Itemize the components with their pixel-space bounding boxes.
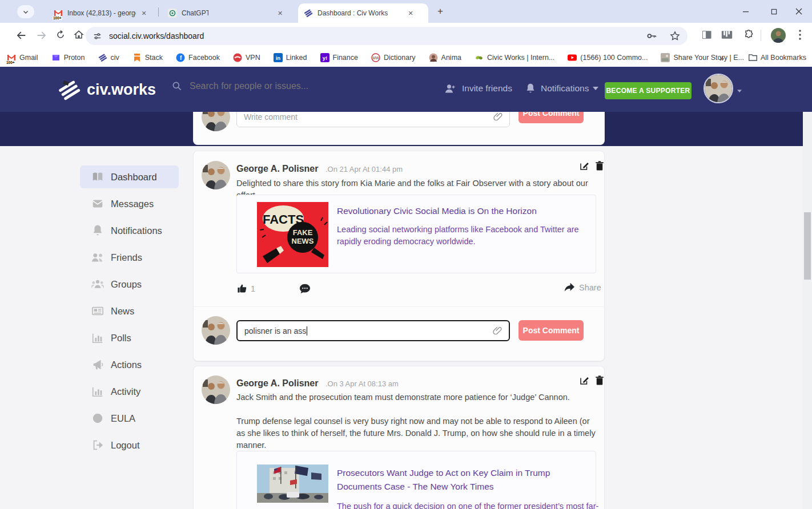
invite-friends-label: Invite friends xyxy=(462,83,512,94)
comment-input[interactable]: Write comment xyxy=(236,112,510,127)
close-window-icon[interactable] xyxy=(786,0,812,23)
close-tab-icon[interactable]: ✕ xyxy=(406,9,415,18)
green-leaves-icon xyxy=(475,53,484,62)
reload-icon[interactable] xyxy=(55,29,67,42)
link-preview-card[interactable]: FACTSFAKENEWS Revolutionary Civic Social… xyxy=(236,195,596,273)
tab-search-chevron-icon[interactable] xyxy=(17,5,34,18)
post-card-partial: Write comment Post Comment xyxy=(193,112,605,145)
password-key-icon[interactable] xyxy=(645,30,658,42)
edit-post-icon[interactable] xyxy=(579,161,589,171)
tab-chatgpt[interactable]: ChatGPT ✕ xyxy=(162,3,290,23)
svg-text:MW: MW xyxy=(372,56,379,60)
delete-post-icon[interactable] xyxy=(595,375,605,386)
author-avatar[interactable] xyxy=(202,375,230,404)
side-panel-icon[interactable] xyxy=(701,29,714,42)
sidebar-item-news[interactable]: News xyxy=(80,300,179,322)
delete-post-icon[interactable] xyxy=(595,161,605,171)
sidebar-item-notifications[interactable]: Notifications xyxy=(80,219,179,242)
close-tab-icon[interactable]: ✕ xyxy=(140,9,147,18)
bookmark-anima[interactable]: Anima xyxy=(429,53,461,62)
become-supporter-button[interactable]: BECOME A SUPPORTER xyxy=(605,82,692,99)
sidebar-item-messages[interactable]: Messages xyxy=(80,192,179,215)
sidebar-item-eula[interactable]: EULA xyxy=(80,407,179,430)
bookmark-finance[interactable]: y! Finance xyxy=(320,53,358,62)
bookmark-stack[interactable]: Stack xyxy=(132,53,163,62)
sidebar-item-polls[interactable]: Polls xyxy=(80,326,179,349)
comment-bubble-icon[interactable] xyxy=(299,284,311,294)
maximize-window-icon[interactable] xyxy=(761,0,787,23)
browser-menu-kebab-icon[interactable] xyxy=(795,29,807,41)
site-info-icon[interactable] xyxy=(93,31,102,41)
toolbar-divider xyxy=(761,30,761,41)
bookmark-vpn[interactable]: VPN xyxy=(233,53,260,62)
bookmark-proton[interactable]: Proton xyxy=(51,53,85,62)
extensions-puzzle-icon[interactable] xyxy=(743,29,755,42)
civ-slashes-icon xyxy=(98,53,107,62)
share-label: Share xyxy=(579,283,601,292)
bookmark-facebook[interactable]: f Facebook xyxy=(176,53,220,62)
proton-icon xyxy=(51,53,61,62)
link-title[interactable]: Prosecutors Want Judge to Act on Key Cla… xyxy=(337,466,553,494)
close-tab-icon[interactable]: ✕ xyxy=(276,9,284,18)
link-title[interactable]: Revolutionary Civic Social Media is On t… xyxy=(337,204,554,218)
svg-text:in: in xyxy=(276,55,280,61)
bookmark-civ[interactable]: civ xyxy=(98,53,119,62)
address-bar[interactable]: social.civ.works/dashboard xyxy=(86,27,688,45)
url-text[interactable]: social.civ.works/dashboard xyxy=(109,31,645,41)
paperclip-icon[interactable] xyxy=(493,112,504,122)
sidebar-label: Logout xyxy=(111,440,139,451)
avatar-caret-icon[interactable] xyxy=(737,90,742,93)
sidebar-item-friends[interactable]: Friends xyxy=(80,246,179,269)
bookmark-star-icon[interactable] xyxy=(669,30,681,42)
bookmark-civic-works[interactable]: Civic Works | Intern... xyxy=(475,53,554,62)
sidebar-label: Friends xyxy=(111,252,142,263)
like-button[interactable]: 1 xyxy=(236,283,255,294)
invite-friends-button[interactable]: Invite friends xyxy=(444,83,512,94)
notifications-dropdown[interactable]: Notifications xyxy=(525,83,598,94)
comment-input-focused[interactable]: polisner is an ass xyxy=(236,320,510,341)
link-description: The push for a quick decision on one of … xyxy=(337,500,588,509)
bookmark-linkedin[interactable]: in Linked xyxy=(274,53,307,62)
sidebar-item-activity[interactable]: Activity xyxy=(80,380,179,403)
sidebar-item-dashboard[interactable]: Dashboard xyxy=(80,165,179,188)
share-button[interactable]: Share xyxy=(564,282,601,293)
orange-ribbon-icon xyxy=(132,53,142,62)
author-name[interactable]: George A. Polisner xyxy=(236,164,318,173)
header-avatar[interactable] xyxy=(704,74,733,103)
link-preview-card[interactable]: Prosecutors Want Judge to Act on Key Cla… xyxy=(236,451,596,509)
scrollbar-thumb[interactable] xyxy=(804,212,811,280)
bookmarks-overflow-chevron[interactable]: » xyxy=(719,53,724,63)
profile-avatar[interactable] xyxy=(771,28,786,43)
sidebar-item-logout[interactable]: Logout xyxy=(80,434,179,457)
vpn-icon xyxy=(233,53,242,62)
search-input[interactable] xyxy=(190,81,338,91)
bookmark-dictionary[interactable]: MW Dictionary xyxy=(371,53,416,62)
tab-inbox[interactable]: 100+ Inbox (42,813) - george.polisne ✕ xyxy=(48,3,153,23)
tab-groups-panel-icon[interactable] xyxy=(721,29,733,42)
like-count: 1 xyxy=(251,284,255,293)
all-bookmarks-button[interactable]: All Bookmarks xyxy=(748,53,806,62)
paperclip-icon[interactable] xyxy=(493,326,503,336)
header-search[interactable] xyxy=(171,80,338,92)
author-avatar[interactable] xyxy=(202,161,230,189)
bookmark-youtube[interactable]: (1566) 100 Commo... xyxy=(568,53,648,62)
author-name[interactable]: George A. Polisner xyxy=(236,378,318,388)
tab-title: Inbox (42,813) - george.polisne xyxy=(67,9,136,17)
back-icon[interactable] xyxy=(15,29,27,42)
edit-post-icon[interactable] xyxy=(579,375,589,386)
tab-dashboard-active[interactable]: Dashboard : Civ Works ✕ xyxy=(298,3,428,23)
bookmark-gmail[interactable]: 100+ Gmail xyxy=(7,53,38,62)
page-scrollbar[interactable] xyxy=(803,67,812,509)
new-tab-button[interactable]: + xyxy=(437,6,443,17)
sidebar-item-groups[interactable]: Groups xyxy=(80,273,179,296)
youtube-icon xyxy=(568,53,577,62)
sidebar-item-actions[interactable]: Actions xyxy=(80,353,179,376)
bar-chart-icon xyxy=(91,332,104,344)
civworks-logo[interactable]: civ.works xyxy=(57,78,156,101)
post-comment-button[interactable]: Post Comment xyxy=(518,112,584,123)
home-icon[interactable] xyxy=(73,29,86,42)
bookmark-share-story[interactable]: Share Your Story | E... xyxy=(661,53,743,62)
minimize-window-icon[interactable] xyxy=(733,0,759,23)
forward-icon[interactable] xyxy=(35,29,48,42)
post-comment-button[interactable]: Post Comment xyxy=(518,320,584,341)
